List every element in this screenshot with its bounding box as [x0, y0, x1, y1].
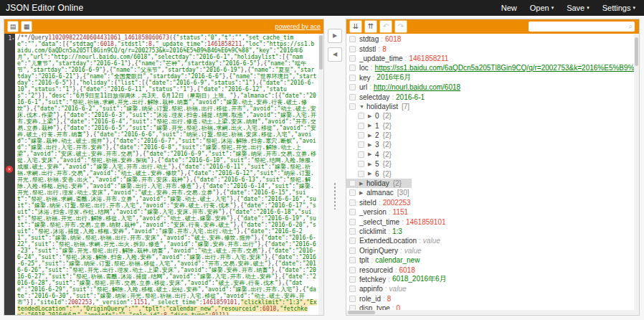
expand-toggle-icon[interactable]: ▶	[368, 142, 375, 148]
row-actions-button[interactable]	[349, 65, 356, 71]
row-actions-button[interactable]	[358, 151, 364, 158]
tree-field-value[interactable]: 0	[397, 304, 401, 310]
copy-left-to-right-button[interactable]: ▶	[328, 29, 342, 43]
expand-toggle-icon[interactable]: ▶	[368, 113, 375, 119]
tree-row[interactable]: disp_type:0	[346, 303, 634, 310]
row-actions-button[interactable]	[349, 75, 356, 81]
expand-toggle-icon[interactable]: ▶	[368, 133, 375, 138]
tree-field-name[interactable]: _version	[359, 208, 387, 216]
tree-row[interactable]: tplt:calendar_new	[346, 255, 634, 265]
row-actions-button[interactable]	[349, 94, 356, 100]
tree-field-value[interactable]: http://nourl.baidu.com/6018	[374, 83, 460, 91]
row-actions-button[interactable]	[358, 161, 364, 167]
row-actions-button[interactable]	[349, 55, 356, 62]
menu-settings[interactable]: Settings▾	[602, 4, 635, 12]
tree-field-name[interactable]: _select_time	[359, 218, 399, 226]
tree-row[interactable]: siteId:2002253	[346, 198, 634, 207]
powered-by-ace-link[interactable]: powered by ace	[275, 23, 321, 30]
tree-field-name[interactable]: holiday	[366, 179, 389, 187]
row-actions-button[interactable]	[349, 228, 356, 235]
undo-button[interactable]: ↶	[379, 20, 392, 33]
tree-field-name[interactable]: holidaylist	[366, 103, 398, 110]
row-actions-button[interactable]	[349, 199, 356, 206]
tree-row[interactable]: ▶0{2}	[346, 111, 634, 121]
tree-row[interactable]: ▶3{2}	[346, 140, 634, 149]
tree-row[interactable]: OriginQuery:value	[346, 246, 634, 255]
tree-field-name[interactable]: 1	[375, 122, 379, 130]
tree-field-name[interactable]: loc	[359, 64, 369, 72]
tree-field-name[interactable]: ExtendedLocation	[359, 237, 417, 245]
row-actions-button[interactable]	[349, 286, 356, 292]
tree-row[interactable]: key:2016年6月	[346, 73, 634, 83]
compact-button[interactable]: ▦	[21, 21, 32, 32]
tree-field-value[interactable]: 1461858211	[409, 55, 448, 62]
expand-toggle-icon[interactable]: ▶	[368, 123, 375, 128]
tree-field-value[interactable]: 8	[387, 295, 392, 303]
tree-row[interactable]: clicklimit:1:3	[346, 227, 634, 236]
tree-field-value[interactable]: 6018_2016年6月	[392, 274, 447, 284]
menu-new[interactable]: New	[501, 4, 517, 12]
row-actions-button[interactable]	[349, 219, 356, 225]
row-actions-button[interactable]	[358, 113, 364, 119]
scrollbar-thumb[interactable]	[319, 35, 323, 70]
tree-row[interactable]: _version:1151	[346, 207, 634, 217]
tree-field-name[interactable]: almanac	[366, 189, 394, 197]
row-actions-button[interactable]	[358, 123, 364, 129]
expand-toggle-icon[interactable]: ▶	[368, 161, 375, 167]
format-button[interactable]: ▤	[7, 21, 19, 32]
tree-field-name[interactable]: tplt	[359, 256, 369, 264]
row-actions-button[interactable]	[349, 276, 356, 283]
tree-field-name[interactable]: url	[359, 83, 367, 91]
tree-row[interactable]: stdstl:8	[346, 44, 634, 53]
tree-row[interactable]: ▼holidaylist[7]	[346, 102, 634, 111]
tree-row[interactable]: appinfo:value	[346, 284, 634, 293]
row-actions-button[interactable]	[349, 237, 356, 244]
tree-field-value[interactable]: 2016-6-1	[396, 93, 425, 101]
tree-row[interactable]: role_id:8	[346, 294, 634, 303]
expand-toggle-icon[interactable]: ▶	[368, 151, 375, 157]
tree-row[interactable]: loc:https://ss1.baidu.com/6aQDcn5a205Tl8…	[346, 63, 634, 72]
tree-row[interactable]: ExtendedLocation:value	[346, 236, 634, 245]
tree-row[interactable]: url:http://nourl.baidu.com/6018	[346, 83, 634, 92]
ace-editor[interactable]: 1▾ ✕ /**/Query110209822240604431061_1461…	[4, 34, 323, 315]
tree-field-name[interactable]: selectday	[359, 93, 389, 101]
expand-toggle-icon[interactable]: ▶	[359, 190, 366, 196]
tree-row[interactable]: ▶1{2}	[346, 121, 634, 131]
tree-field-value[interactable]: 2002253	[383, 199, 411, 207]
menu-save[interactable]: Save▾	[567, 4, 589, 12]
row-actions-button[interactable]	[349, 36, 356, 42]
tree-field-value[interactable]: 2016年6月	[377, 72, 411, 83]
collapse-all-button[interactable]: ⇈	[364, 20, 377, 33]
row-actions-button[interactable]	[349, 248, 356, 254]
tree-field-name[interactable]: _update_time	[359, 55, 403, 62]
tree-field-name[interactable]: stdstl	[359, 45, 376, 53]
row-actions-button[interactable]	[358, 132, 364, 138]
tree-field-name[interactable]: 2	[375, 131, 379, 139]
tree-field-name[interactable]: OriginQuery	[359, 247, 398, 255]
expand-all-button[interactable]: ⇊	[349, 20, 362, 33]
tree-field-value[interactable]: https://ss1.baidu.com/6aQDcn5a205Tl8Gin9…	[375, 64, 634, 72]
tree-field-value[interactable]: value	[404, 247, 422, 255]
tree-field-name[interactable]: disp_type	[359, 304, 390, 310]
scrollbar-thumb[interactable]	[348, 311, 375, 314]
error-icon[interactable]: ✕	[6, 166, 13, 173]
tree-field-value[interactable]: calendar_new	[375, 256, 420, 264]
tree-field-value[interactable]: 6018	[385, 35, 401, 43]
tree-row[interactable]: ▶4{2}	[346, 150, 634, 159]
row-actions-button[interactable]	[349, 189, 356, 196]
tree-field-name[interactable]: 3	[375, 141, 379, 149]
row-actions-button[interactable]	[358, 171, 364, 177]
tree-row[interactable]: selectday:2016-6-1	[346, 92, 634, 101]
collapse-toggle-icon[interactable]: ▼	[359, 104, 366, 109]
redo-button[interactable]: ↷	[394, 20, 407, 33]
tree-row[interactable]: resourceid:6018	[346, 265, 634, 274]
row-actions-button[interactable]	[349, 257, 356, 263]
tree-vertical-scrollbar[interactable]	[634, 34, 639, 315]
tree-row[interactable]: stdtag:6018	[346, 34, 634, 44]
tree-field-value[interactable]: 1:3	[392, 227, 402, 235]
search-input[interactable]	[531, 22, 628, 31]
tree-row[interactable]: ▶2{2}	[346, 131, 634, 140]
menu-open[interactable]: Open▾	[530, 4, 554, 12]
tree-field-name[interactable]: 5	[375, 160, 379, 168]
tree-field-value[interactable]: 6018	[399, 266, 415, 274]
